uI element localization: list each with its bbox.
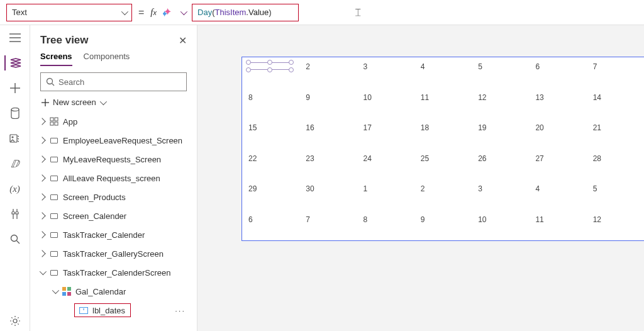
tree-item-tasktracker_calender[interactable]: TaskTracker_Calender: [35, 225, 192, 244]
calendar-cell[interactable]: 23: [299, 149, 357, 180]
chevron-down-icon: [99, 98, 106, 104]
tree-item-screen_products[interactable]: Screen_Products: [35, 188, 192, 206]
tree-item-screen_calender[interactable]: Screen_Calender: [35, 206, 192, 225]
calendar-cell[interactable]: 22: [242, 149, 299, 180]
calendar-cell[interactable]: 16: [299, 118, 357, 149]
calendar-cell[interactable]: 1: [357, 179, 414, 210]
calendar-cell[interactable]: 6: [242, 210, 299, 241]
close-icon[interactable]: ✕: [179, 35, 187, 47]
tools-icon[interactable]: [5, 206, 25, 222]
canvas[interactable]: 2345678910111213141516171819202122232425…: [197, 25, 644, 331]
calendar-cell[interactable]: 10: [472, 210, 529, 241]
flows-icon[interactable]: ⅅ: [5, 156, 25, 171]
more-icon[interactable]: ···: [175, 306, 189, 315]
calendar-cell[interactable]: 26: [472, 149, 529, 180]
tree-item-allleave-requests_screen[interactable]: AllLeave Requests_screen: [35, 169, 192, 188]
tab-screens[interactable]: Screens: [40, 52, 72, 66]
calendar-cell[interactable]: 18: [414, 118, 472, 149]
calendar-cell[interactable]: 5: [472, 57, 529, 88]
copilot-icon[interactable]: [163, 7, 174, 18]
calendar-cell[interactable]: 27: [529, 149, 586, 180]
calendar-cell[interactable]: 13: [529, 88, 586, 119]
calendar-cell[interactable]: 24: [357, 149, 414, 180]
tree-item-tasktracker_galleryscreen[interactable]: TaskTracker_GalleryScreen: [35, 244, 192, 263]
calendar-cell[interactable]: 8: [242, 88, 299, 119]
calendar-cell[interactable]: 29: [242, 179, 299, 210]
calendar-cell[interactable]: 17: [357, 118, 414, 149]
app-icon: [49, 116, 59, 126]
calendar-cell[interactable]: 28: [587, 149, 644, 180]
calendar-cell[interactable]: 14: [587, 88, 644, 119]
tree-item-gal_calendar[interactable]: Gal_Calendar: [35, 282, 192, 301]
screen-icon: [49, 249, 59, 259]
calendar-cell[interactable]: 3: [357, 57, 414, 88]
svg-rect-15: [50, 118, 53, 121]
svg-rect-20: [67, 287, 71, 291]
insert-icon[interactable]: [5, 81, 25, 96]
svg-rect-22: [67, 292, 71, 296]
property-selector[interactable]: Text: [6, 4, 132, 21]
data-icon[interactable]: [5, 106, 25, 121]
calendar-cell[interactable]: 2: [414, 179, 472, 210]
panel-title: Tree view: [40, 34, 89, 47]
calendar-cell[interactable]: 10: [357, 88, 414, 119]
search-icon[interactable]: [5, 232, 25, 247]
calendar-cell[interactable]: 9: [299, 88, 357, 119]
search-input[interactable]: Search: [40, 72, 187, 91]
screen-icon: [49, 267, 59, 278]
calendar-cell[interactable]: 7: [299, 210, 357, 241]
tree-item-app[interactable]: App: [35, 112, 192, 131]
calendar-cell[interactable]: 11: [529, 210, 586, 241]
calendar-cell[interactable]: 25: [414, 149, 472, 180]
screen-icon: [49, 192, 59, 202]
settings-icon[interactable]: [5, 313, 25, 328]
calendar-cell[interactable]: [242, 57, 299, 88]
search-placeholder: Search: [58, 77, 84, 87]
screen-icon: [49, 173, 59, 183]
calendar-gallery[interactable]: 2345678910111213141516171819202122232425…: [242, 57, 644, 241]
calendar-cell[interactable]: 21: [587, 118, 644, 149]
calendar-cell[interactable]: 2: [299, 57, 357, 88]
tree-view-icon[interactable]: [4, 55, 25, 70]
calendar-cell[interactable]: 30: [299, 179, 357, 210]
calendar-cell[interactable]: 4: [414, 57, 472, 88]
tree-view-panel: Tree view ✕ Screens Components Search Ne…: [30, 25, 197, 331]
chevron-down-icon[interactable]: [180, 8, 187, 14]
tree-item-lbl_dates[interactable]: lbl_dates···: [35, 301, 192, 320]
media-icon[interactable]: [5, 131, 25, 146]
calendar-cell[interactable]: 11: [414, 88, 472, 119]
calendar-cell[interactable]: 12: [472, 88, 529, 119]
tree-item-employeeleaverequest_screen[interactable]: EmployeeLeaveRequest_Screen: [35, 131, 192, 150]
calendar-cell[interactable]: 20: [529, 118, 586, 149]
calendar-cell[interactable]: 9: [414, 210, 472, 241]
tree-item-myleaverequests_screen[interactable]: MyLeaveRequests_Screen: [35, 150, 192, 169]
search-icon: [46, 77, 55, 86]
svg-line-9: [16, 241, 19, 244]
variables-icon[interactable]: (x): [5, 181, 25, 196]
text-cursor-icon: ⌶: [355, 8, 360, 18]
fx-icon: fx: [150, 7, 157, 18]
new-screen-button[interactable]: New screen: [35, 95, 192, 109]
calendar-cell[interactable]: 3: [472, 179, 529, 210]
calendar-cell[interactable]: 4: [529, 179, 586, 210]
gallery-icon: [62, 286, 72, 296]
label-icon: [79, 305, 89, 315]
hamburger-icon[interactable]: [5, 30, 25, 45]
calendar-cell[interactable]: 8: [357, 210, 414, 241]
svg-point-8: [11, 235, 17, 242]
calendar-cell[interactable]: 6: [529, 57, 586, 88]
svg-rect-17: [50, 122, 53, 125]
calendar-cell[interactable]: 19: [472, 118, 529, 149]
calendar-cell[interactable]: 12: [587, 210, 644, 241]
calendar-cell[interactable]: 7: [587, 57, 644, 88]
calendar-cell[interactable]: 15: [242, 118, 299, 149]
chevron-down-icon: [121, 8, 128, 14]
formula-input[interactable]: Day(ThisItem.Value): [192, 4, 299, 21]
svg-rect-18: [55, 122, 58, 125]
screen-icon: [49, 154, 59, 164]
svg-rect-19: [62, 287, 66, 291]
tab-components[interactable]: Components: [84, 52, 130, 66]
tree-item-tasktracker_calenderscreen[interactable]: TaskTracker_CalenderScreen: [35, 263, 192, 282]
calendar-cell[interactable]: 5: [587, 179, 644, 210]
svg-point-10: [13, 319, 17, 323]
